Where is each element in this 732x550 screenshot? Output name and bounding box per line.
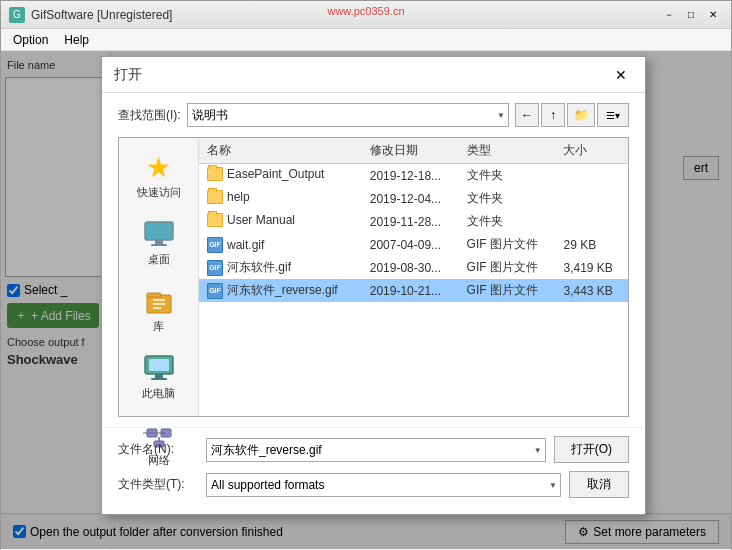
file-size-cell [555,210,628,233]
app-icon: G [9,7,25,23]
file-date-cell: 2019-08-30... [362,256,459,279]
open-button[interactable]: 打开(O) [554,436,629,463]
menu-option[interactable]: Option [5,31,56,49]
library-icon [143,285,175,317]
up-button[interactable]: ↑ [541,103,565,127]
file-type-cell: GIF 图片文件 [459,256,556,279]
quick-access-label: 快速访问 [137,185,181,200]
view-options-button[interactable]: ☰▾ [597,103,629,127]
location-select-wrapper: 说明书 [187,103,509,127]
app-window: G GifSoftware [Unregistered] － □ ✕ Optio… [0,0,732,550]
location-label: 查找范围(I): [118,107,181,124]
title-bar: G GifSoftware [Unregistered] － □ ✕ [1,1,731,29]
file-size-cell: 29 KB [555,233,628,256]
menu-bar: Option Help [1,29,731,51]
star-icon: ★ [143,151,175,183]
file-type-cell: GIF 图片文件 [459,233,556,256]
table-row[interactable]: help 2019-12-04... 文件夹 [199,187,628,210]
gif-icon: GIF [207,237,223,253]
table-row[interactable]: GIF 河东软件.gif 2019-08-30... GIF 图片文件 3,41… [199,256,628,279]
svg-rect-9 [155,374,163,378]
app-title: GifSoftware [Unregistered] [31,8,659,22]
filename-select[interactable]: 河东软件_reverse.gif [206,438,546,462]
dialog-title-text: 打开 [114,66,609,84]
title-controls: － □ ✕ [659,7,723,23]
location-select[interactable]: 说明书 [187,103,509,127]
col-name[interactable]: 名称 [199,138,362,164]
svg-rect-2 [151,244,167,246]
gif-icon: GIF [207,283,223,299]
quick-access-sidebar: ★ 快速访问 桌面 [119,138,199,416]
file-name-cell: User Manual [199,210,362,233]
cancel-button[interactable]: 取消 [569,471,629,498]
file-name-cell: GIF 河东软件_reverse.gif [199,279,362,302]
computer-icon [143,352,175,384]
maximize-button[interactable]: □ [681,7,701,23]
new-folder-button[interactable]: 📁 [567,103,595,127]
svg-rect-1 [155,240,163,244]
file-table-area: 名称 修改日期 类型 大小 EasePaint_Output 2019-12-1… [199,138,628,416]
library-label: 库 [153,319,164,334]
minimize-button[interactable]: － [659,7,679,23]
file-date-cell: 2019-10-21... [362,279,459,302]
file-size-cell [555,187,628,210]
file-type-cell: 文件夹 [459,164,556,188]
svg-rect-10 [151,378,167,380]
folder-icon [207,190,223,204]
table-row[interactable]: User Manual 2019-11-28... 文件夹 [199,210,628,233]
file-browser: ★ 快速访问 桌面 [118,137,629,417]
new-folder-icon: 📁 [574,108,589,122]
table-row[interactable]: GIF 河东软件_reverse.gif 2019-10-21... GIF 图… [199,279,628,302]
svg-rect-4 [147,293,161,297]
table-row[interactable]: EasePaint_Output 2019-12-18... 文件夹 [199,164,628,188]
computer-label: 此电脑 [142,386,175,401]
folder-icon [207,167,223,181]
open-file-dialog: 打开 ✕ 查找范围(I): 说明书 ← ↑ 📁 ☰▾ [101,56,646,515]
col-size[interactable]: 大小 [555,138,628,164]
file-name-cell: GIF 河东软件.gif [199,256,362,279]
file-type-cell: 文件夹 [459,187,556,210]
filetype-select[interactable]: All supported formats [206,473,561,497]
dialog-body: 查找范围(I): 说明书 ← ↑ 📁 ☰▾ [102,93,645,427]
file-size-cell [555,164,628,188]
desktop-label: 桌面 [148,252,170,267]
file-table: 名称 修改日期 类型 大小 EasePaint_Output 2019-12-1… [199,138,628,302]
library-item[interactable]: 库 [125,280,193,339]
location-bar: 查找范围(I): 说明书 ← ↑ 📁 ☰▾ [118,103,629,127]
filename-select-wrapper: 河东软件_reverse.gif [206,438,546,462]
desktop-icon [143,218,175,250]
filetype-select-wrapper: All supported formats [206,473,561,497]
file-name-cell: EasePaint_Output [199,164,362,188]
filename-label: 文件名(N): [118,441,198,458]
folder-icon [207,213,223,227]
file-size-cell: 3,443 KB [555,279,628,302]
filetype-label: 文件类型(T): [118,476,198,493]
nav-buttons: ← ↑ 📁 ☰▾ [515,103,629,127]
svg-rect-0 [145,222,173,240]
gif-icon: GIF [207,260,223,276]
svg-rect-11 [149,359,169,371]
menu-help[interactable]: Help [56,31,97,49]
col-date[interactable]: 修改日期 [362,138,459,164]
desktop-item[interactable]: 桌面 [125,213,193,272]
dialog-title-bar: 打开 ✕ [102,57,645,93]
file-date-cell: 2019-12-04... [362,187,459,210]
file-type-cell: GIF 图片文件 [459,279,556,302]
file-type-cell: 文件夹 [459,210,556,233]
file-date-cell: 2007-04-09... [362,233,459,256]
filetype-row: 文件类型(T): All supported formats 取消 [118,471,629,498]
file-size-cell: 3,419 KB [555,256,628,279]
back-button[interactable]: ← [515,103,539,127]
filename-row: 文件名(N): 河东软件_reverse.gif 打开(O) [118,436,629,463]
col-type[interactable]: 类型 [459,138,556,164]
table-row[interactable]: GIF wait.gif 2007-04-09... GIF 图片文件 29 K… [199,233,628,256]
file-name-cell: GIF wait.gif [199,233,362,256]
file-date-cell: 2019-12-18... [362,164,459,188]
file-name-cell: help [199,187,362,210]
dialog-close-button[interactable]: ✕ [609,63,633,87]
quick-access-item[interactable]: ★ 快速访问 [125,146,193,205]
computer-item[interactable]: 此电脑 [125,347,193,406]
file-date-cell: 2019-11-28... [362,210,459,233]
close-app-button[interactable]: ✕ [703,7,723,23]
